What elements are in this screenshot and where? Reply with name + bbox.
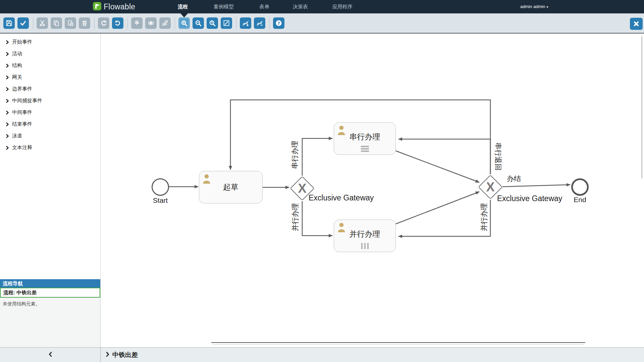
- palette-item-label: 活动: [12, 51, 22, 57]
- same-size-icon: [162, 20, 168, 26]
- cut-button[interactable]: [37, 17, 48, 29]
- chevron-right-icon: [6, 87, 9, 91]
- nav-tab-processes[interactable]: 流程: [178, 0, 188, 13]
- add-bendpoint-button[interactable]: [240, 17, 251, 29]
- cut-icon: [39, 20, 46, 26]
- delete-button[interactable]: [79, 17, 90, 29]
- undo-button[interactable]: [112, 17, 123, 29]
- flow-label-serial-return: 串行退回: [493, 142, 503, 171]
- chevron-right-icon: [6, 75, 9, 79]
- add-bendpoint-icon: [242, 20, 249, 27]
- top-navbar: Flowable 流程 案例模型 表单 决策表 应用程序 admin admin…: [0, 0, 644, 13]
- bottom-bar: 中铁出差: [0, 347, 644, 362]
- same-size-button[interactable]: [159, 17, 171, 29]
- zoom-out-button[interactable]: [193, 17, 204, 29]
- task-label: 起草: [199, 171, 262, 203]
- collapse-sidebar-button[interactable]: [0, 348, 101, 362]
- chevron-right-icon: [6, 134, 9, 138]
- navigator-empty-note: 未使用结构元素。: [0, 298, 100, 310]
- help-button[interactable]: ?: [273, 17, 284, 29]
- nav-tab-forms[interactable]: 表单: [259, 0, 269, 13]
- svg-text:?: ?: [277, 21, 280, 26]
- end-event-node[interactable]: [571, 178, 589, 196]
- zoom-in-button[interactable]: [178, 17, 190, 29]
- sequential-multi-instance-icon: [361, 146, 369, 152]
- zoom-fit-button[interactable]: [221, 17, 232, 29]
- flow-serial-to-gateway2[interactable]: [396, 151, 479, 182]
- user-task-serial[interactable]: 串行办理: [334, 122, 396, 155]
- chevron-left-icon: [49, 352, 52, 358]
- flowable-brand[interactable]: Flowable: [93, 0, 135, 13]
- diagram-canvas[interactable]: Start 起草 X Exclusive Gateway 串行办理 并行办理 X…: [101, 34, 644, 347]
- palette-item-gateways[interactable]: 网关: [0, 71, 100, 83]
- flow-gateway1-to-serial[interactable]: [302, 138, 332, 176]
- palette-item-start-events[interactable]: 开始事件: [0, 36, 100, 48]
- start-event-label: Start: [148, 196, 173, 204]
- end-event-label: End: [567, 196, 593, 204]
- zoom-fit-icon: [223, 20, 230, 26]
- nav-tab-case-models[interactable]: 案例模型: [214, 0, 234, 13]
- close-editor-button[interactable]: [630, 18, 643, 30]
- palette-item-label: 结束事件: [12, 121, 32, 127]
- zoom-actual-icon: [209, 20, 216, 27]
- flow-parallel-to-gateway2[interactable]: [396, 192, 479, 224]
- nav-tab-decision-tables[interactable]: 决策表: [293, 0, 308, 13]
- flowable-logo-icon: [93, 2, 102, 12]
- copy-button[interactable]: [51, 17, 62, 29]
- palette-item-label: 文本注释: [12, 144, 32, 151]
- palette-item-intermediate-catching-events[interactable]: 中间捕捉事件: [0, 95, 100, 107]
- palette-item-label: 边界事件: [12, 86, 32, 92]
- flow-label-complete: 办结: [507, 174, 521, 183]
- paste-button[interactable]: [65, 17, 76, 29]
- palette-item-label: 开始事件: [12, 39, 32, 45]
- palette-item-text-annotation[interactable]: 文本注释: [0, 142, 100, 154]
- save-button[interactable]: [3, 17, 15, 29]
- brand-text: Flowable: [104, 2, 135, 11]
- zoom-out-icon: [195, 20, 202, 27]
- align-vertical-icon: [148, 20, 154, 26]
- active-tab-pointer: [180, 13, 188, 17]
- process-navigator-panel: 流程导航 流程: 中铁出差 未使用结构元素。: [0, 279, 100, 347]
- chevron-right-icon: [106, 352, 109, 358]
- align-horizontal-button[interactable]: [131, 17, 143, 29]
- flow-gateway2-to-end[interactable]: [502, 185, 570, 187]
- redo-button[interactable]: [98, 17, 109, 29]
- zoom-actual-button[interactable]: [207, 17, 218, 29]
- remove-bendpoint-button[interactable]: [254, 17, 265, 29]
- copy-icon: [53, 20, 60, 26]
- user-task-draft[interactable]: 起草: [199, 171, 263, 203]
- palette-item-swimlanes[interactable]: 泳道: [0, 130, 100, 142]
- exclusive-gateway-1-label: Exclusive Gateway: [309, 193, 374, 202]
- redo-icon: [100, 20, 107, 26]
- chevron-down-icon: ▾: [546, 5, 548, 9]
- palette-item-label: 中间事件: [12, 109, 32, 116]
- chevron-right-icon: [6, 64, 9, 68]
- breadcrumb[interactable]: 中铁出差: [106, 348, 138, 362]
- validate-button[interactable]: [17, 17, 29, 29]
- palette-item-intermediate-events[interactable]: 中间事件: [0, 107, 100, 118]
- exclusive-gateway-2-label: Exclusive Gateway: [497, 194, 562, 203]
- palette-item-activities[interactable]: 活动: [0, 48, 100, 60]
- chevron-right-icon: [6, 146, 9, 150]
- sequence-flows-layer: [101, 34, 644, 347]
- start-event-node[interactable]: [152, 178, 169, 196]
- user-menu[interactable]: admin admin▾: [520, 0, 548, 13]
- palette-item-end-events[interactable]: 结束事件: [0, 118, 100, 130]
- close-icon: [633, 21, 639, 27]
- paste-icon: [67, 20, 74, 26]
- undo-icon: [114, 20, 121, 26]
- flow-label-parallel: 并行办理: [290, 203, 300, 231]
- zoom-in-icon: [181, 20, 188, 27]
- parallel-multi-instance-icon: [361, 243, 369, 249]
- navigator-process-item[interactable]: 流程: 中铁出差: [0, 288, 100, 298]
- navigator-title: 流程导航: [0, 279, 100, 288]
- user-task-parallel[interactable]: 并行办理: [334, 220, 396, 252]
- nav-tab-apps[interactable]: 应用程序: [332, 0, 353, 13]
- vertical-scrollbar[interactable]: [641, 36, 642, 178]
- align-vertical-button[interactable]: [145, 17, 157, 29]
- palette-item-boundary-events[interactable]: 边界事件: [0, 83, 100, 95]
- chevron-right-icon: [6, 40, 9, 44]
- flow-gateway1-to-parallel[interactable]: [302, 201, 332, 236]
- palette-item-structure[interactable]: 结构: [0, 60, 100, 71]
- flow-label-parallel-return: 并行办理: [479, 203, 489, 231]
